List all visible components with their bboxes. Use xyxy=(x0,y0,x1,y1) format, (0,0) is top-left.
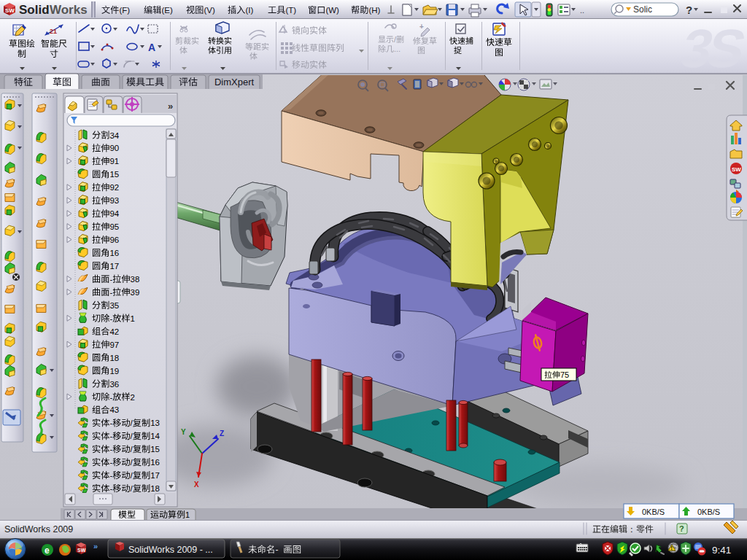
svg-text:17: 17 xyxy=(150,471,160,480)
svg-text:»: » xyxy=(168,101,173,112)
svg-text:(F): (F) xyxy=(119,6,130,15)
svg-text:!: ! xyxy=(671,545,673,551)
svg-text:36: 36 xyxy=(109,380,119,389)
svg-text:1: 1 xyxy=(185,510,190,519)
svg-text:SW: SW xyxy=(732,166,741,173)
svg-text:95: 95 xyxy=(109,222,119,231)
svg-text:42: 42 xyxy=(109,327,119,336)
svg-text:-: - xyxy=(109,484,112,493)
svg-text:21: 21 xyxy=(50,28,57,35)
svg-text:?: ? xyxy=(679,524,684,533)
svg-text:0KB/S: 0KB/S xyxy=(697,508,720,516)
svg-text:..: .. xyxy=(580,6,584,15)
svg-text:15: 15 xyxy=(109,170,119,179)
svg-text:1: 1 xyxy=(131,314,135,323)
svg-text:Y: Y xyxy=(181,428,186,436)
svg-text:(W): (W) xyxy=(325,6,339,15)
svg-text:97: 97 xyxy=(109,341,119,349)
svg-text:+: + xyxy=(419,23,424,31)
svg-text:»: » xyxy=(93,542,98,551)
svg-text:16: 16 xyxy=(150,458,160,467)
svg-text:94: 94 xyxy=(109,209,119,218)
svg-text:96: 96 xyxy=(109,236,119,244)
svg-text:13: 13 xyxy=(150,419,160,427)
svg-text:(I): (I) xyxy=(245,6,253,15)
svg-text:?: ? xyxy=(686,4,692,16)
svg-text:-: - xyxy=(109,275,112,284)
svg-text:43: 43 xyxy=(109,405,119,414)
svg-text:35: 35 xyxy=(109,301,119,310)
svg-text:14: 14 xyxy=(150,432,160,440)
svg-text:-: - xyxy=(109,419,112,427)
svg-text:-: - xyxy=(109,393,112,402)
svg-text:SW: SW xyxy=(5,7,15,14)
svg-text:-: - xyxy=(276,545,279,555)
svg-text:9:41: 9:41 xyxy=(712,545,731,556)
svg-text:SW: SW xyxy=(77,548,86,553)
svg-text:90: 90 xyxy=(109,144,119,152)
svg-text:38: 38 xyxy=(131,275,140,284)
svg-text:Solic: Solic xyxy=(633,4,652,15)
svg-text:：: ： xyxy=(627,524,636,534)
svg-text:2: 2 xyxy=(131,393,135,402)
svg-text:16: 16 xyxy=(109,249,119,257)
svg-text:34: 34 xyxy=(109,131,119,140)
svg-text:Solid: Solid xyxy=(19,3,50,17)
svg-text:DimXpert: DimXpert xyxy=(214,77,255,88)
svg-text:SolidWorks 2009 - ...: SolidWorks 2009 - ... xyxy=(128,545,213,555)
svg-text:-: - xyxy=(109,288,112,297)
svg-text:15: 15 xyxy=(150,445,160,454)
svg-text:(E): (E) xyxy=(161,6,173,15)
svg-text:18: 18 xyxy=(150,484,160,493)
svg-text:...: ... xyxy=(394,44,400,53)
svg-text:17: 17 xyxy=(109,262,119,271)
svg-text:-: - xyxy=(109,458,112,467)
svg-text:X: X xyxy=(194,481,199,489)
svg-text:Works: Works xyxy=(50,3,88,17)
svg-text:0KB/S: 0KB/S xyxy=(642,508,665,516)
svg-text:SolidWorks 2009: SolidWorks 2009 xyxy=(4,524,73,534)
svg-text:91: 91 xyxy=(109,157,119,166)
svg-text:18: 18 xyxy=(109,354,119,362)
svg-text:75: 75 xyxy=(560,370,569,379)
svg-text:-: - xyxy=(109,471,112,480)
svg-text:93: 93 xyxy=(109,196,119,205)
svg-text:-: - xyxy=(109,314,112,323)
svg-text:19: 19 xyxy=(109,367,119,376)
svg-text:Z: Z xyxy=(220,429,224,438)
svg-text:-: - xyxy=(109,445,112,454)
svg-text:(V): (V) xyxy=(204,6,215,15)
svg-text:(H): (H) xyxy=(368,6,380,15)
svg-text:A: A xyxy=(148,42,155,53)
svg-text:e: e xyxy=(44,545,50,556)
svg-text:-: - xyxy=(109,432,112,440)
svg-text:92: 92 xyxy=(109,183,119,192)
svg-text:39: 39 xyxy=(131,288,140,297)
svg-text:(T): (T) xyxy=(285,6,296,15)
